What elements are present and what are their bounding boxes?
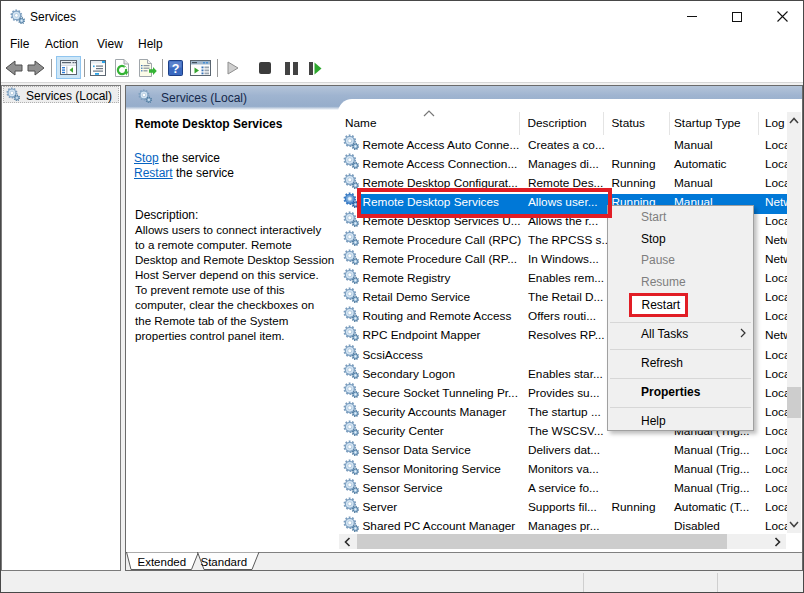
svg-text:?: ? <box>171 61 179 75</box>
